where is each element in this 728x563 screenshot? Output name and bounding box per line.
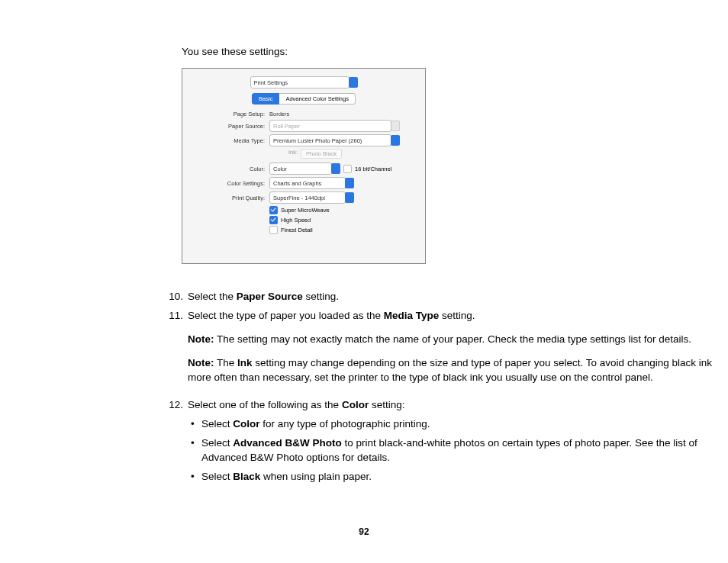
color-dropdown[interactable]: Color xyxy=(269,162,332,175)
bullet-bw: Select Advanced B&W Photo to print black… xyxy=(201,436,716,465)
print-settings-screenshot: Print Settings Basic Advanced Color Sett… xyxy=(182,68,426,264)
finest-detail-checkbox[interactable] xyxy=(269,226,278,234)
paper-source-label: Paper Source: xyxy=(182,123,269,130)
color-label: Color: xyxy=(182,166,269,172)
sixteen-bit-label: 16 bit/Channel xyxy=(355,166,391,172)
bullet-black: Select Black when using plain paper. xyxy=(201,470,716,484)
ink-label: Ink: xyxy=(288,149,298,159)
media-type-label: Media Type: xyxy=(182,137,269,144)
print-quality-label: Print Quality: xyxy=(182,195,269,201)
super-microweave-checkbox[interactable] xyxy=(269,206,278,214)
paper-source-dropdown[interactable]: Roll Paper xyxy=(269,120,391,132)
chevron-down-icon[interactable] xyxy=(345,192,354,203)
note-1: Note: The setting may not exactly match … xyxy=(188,333,716,347)
page-setup-value: Borders xyxy=(269,111,289,117)
chevron-down-icon[interactable] xyxy=(345,178,354,188)
finest-detail-label: Finest Detail xyxy=(281,227,313,233)
main-dropdown-label: Print Settings xyxy=(254,79,288,86)
page-number: 92 xyxy=(0,526,728,537)
high-speed-label: High Speed xyxy=(281,217,311,224)
super-microweave-label: Super MicroWeave xyxy=(281,207,330,214)
ink-value: Photo Black xyxy=(301,149,342,159)
media-type-dropdown[interactable]: Premium Luster Photo Paper (260) xyxy=(269,134,391,146)
instruction-list: 10. Select the Paper Source setting. 11.… xyxy=(163,290,716,489)
high-speed-checkbox[interactable] xyxy=(269,216,278,224)
color-settings-dropdown[interactable]: Charts and Graphs xyxy=(269,177,346,189)
color-settings-label: Color Settings: xyxy=(182,180,269,187)
chevron-down-icon xyxy=(391,121,400,131)
step-12: 12. Select one of the following as the C… xyxy=(163,398,716,488)
chevron-down-icon[interactable] xyxy=(331,163,340,174)
content-area: You see these settings: Print Settings B… xyxy=(182,46,716,489)
chevron-down-icon[interactable] xyxy=(349,77,358,88)
print-quality-dropdown[interactable]: SuperFine - 1440dpi xyxy=(269,191,346,204)
document-page: You see these settings: Print Settings B… xyxy=(0,0,728,563)
note-2: Note: The Ink setting may change dependi… xyxy=(188,356,716,385)
page-setup-label: Page Setup: xyxy=(182,111,269,117)
chevron-down-icon[interactable] xyxy=(391,135,400,146)
tab-basic[interactable]: Basic xyxy=(252,93,279,105)
bullet-color: Select Color for any type of photographi… xyxy=(201,417,716,432)
sixteen-bit-checkbox[interactable] xyxy=(343,165,352,173)
tab-advanced[interactable]: Advanced Color Settings xyxy=(279,93,356,105)
main-dropdown[interactable]: Print Settings xyxy=(250,76,350,88)
step-10: 10. Select the Paper Source setting. xyxy=(163,290,716,304)
intro-text: You see these settings: xyxy=(182,46,716,57)
step-11: 11. Select the type of paper you loaded … xyxy=(163,309,716,394)
